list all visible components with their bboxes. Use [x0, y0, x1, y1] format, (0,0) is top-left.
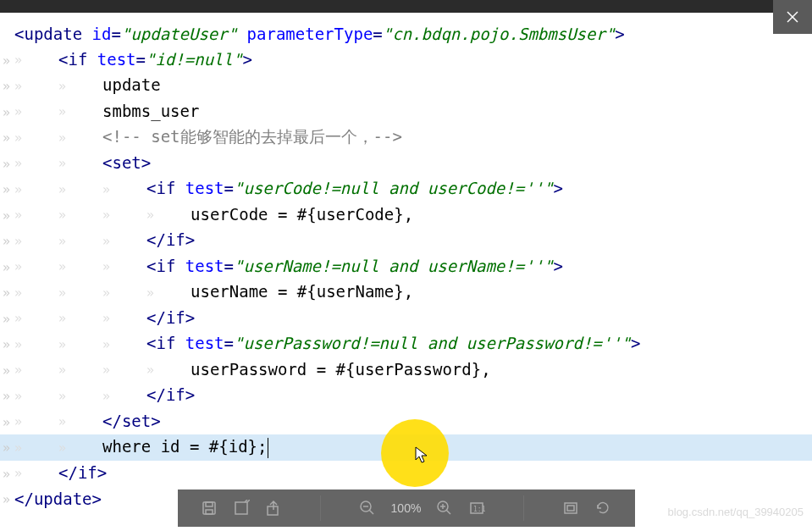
code-content: »»<set> — [14, 150, 151, 177]
window-icon[interactable] — [233, 500, 250, 517]
toolbar-divider — [320, 495, 321, 521]
mouse-pointer-icon — [415, 446, 430, 468]
code-content: »»<!-- set能够智能的去掉最后一个，--> — [14, 124, 402, 151]
gutter: » — [0, 98, 14, 126]
svg-rect-5 — [235, 502, 247, 514]
zoom-level: 100% — [391, 501, 422, 515]
code-content: »»update — [14, 72, 161, 99]
code-line[interactable]: »»»»»userPassword = #{userPassword}, — [0, 357, 812, 384]
code-content: »</if> — [14, 460, 107, 487]
gutter: » — [0, 124, 14, 152]
code-content: »»»<if test="userCode!=null and userCode… — [14, 175, 563, 202]
gutter: » — [0, 485, 14, 513]
svg-line-11 — [446, 510, 450, 514]
code-content: »»</set> — [14, 408, 161, 435]
zoom-in-icon[interactable] — [436, 500, 453, 517]
gutter: » — [0, 460, 14, 488]
gutter: » — [0, 72, 14, 100]
code-content: »»smbms_user — [14, 98, 199, 125]
gutter: » — [0, 305, 14, 333]
gutter: » — [0, 330, 14, 358]
gutter: » — [0, 202, 14, 230]
code-content: »»»</if> — [14, 382, 195, 409]
code-line[interactable]: »»»»</if> — [0, 228, 812, 254]
svg-rect-6 — [268, 506, 278, 515]
close-button[interactable] — [773, 0, 812, 34]
code-content: »»where id = #{id}; — [14, 434, 268, 461]
code-content: </update> — [14, 486, 102, 512]
svg-rect-17 — [567, 506, 574, 511]
gutter: » — [0, 253, 14, 281]
code-line[interactable]: »»»»»userName = #{userName}, — [0, 279, 812, 306]
gutter: » — [0, 150, 14, 178]
code-content: <update id="updateUser" parameterType="c… — [14, 21, 625, 47]
code-line[interactable]: »»»update — [0, 73, 812, 99]
svg-rect-16 — [565, 503, 577, 513]
gutter: » — [0, 175, 14, 203]
code-line[interactable]: »»»smbms_user — [0, 99, 812, 125]
code-line[interactable]: »»»»»userCode = #{userCode}, — [0, 202, 812, 229]
svg-rect-4 — [206, 510, 213, 514]
image-viewer-toolbar: 100% 1:1 — [178, 490, 635, 527]
code-line[interactable]: <update id="updateUser" parameterType="c… — [0, 21, 812, 47]
code-line[interactable]: »»»<!-- set能够智能的去掉最后一个，--> — [0, 124, 812, 151]
gutter: » — [0, 408, 14, 436]
toolbar-divider — [523, 495, 524, 521]
code-line[interactable]: »»<if test="id!=null"> — [0, 47, 812, 74]
text-cursor — [268, 438, 268, 458]
code-content: »»»»userPassword = #{userPassword}, — [14, 357, 491, 384]
code-content: »»»</if> — [14, 305, 195, 332]
code-line[interactable]: »»»»<if test="userCode!=null and userCod… — [0, 176, 812, 202]
code-content: »»»<if test="userName!=null and userName… — [14, 253, 563, 280]
code-line[interactable]: »»»»<if test="userName!=null and userNam… — [0, 254, 812, 280]
actual-size-icon[interactable]: 1:1 — [468, 500, 485, 517]
code-line[interactable]: »»»»</if> — [0, 383, 812, 409]
code-content: »»»»userName = #{userName}, — [14, 279, 413, 306]
code-line[interactable]: »»»<set> — [0, 151, 812, 177]
fit-screen-icon[interactable] — [562, 500, 579, 517]
gutter: » — [0, 434, 14, 462]
code-line[interactable]: »»»»</if> — [0, 306, 812, 332]
code-line[interactable]: »»»»<if test="userPassword!=null and use… — [0, 331, 812, 357]
svg-line-8 — [369, 510, 373, 514]
svg-text:1:1: 1:1 — [473, 506, 485, 513]
gutter: » — [0, 47, 14, 75]
gutter: » — [0, 279, 14, 307]
share-icon[interactable] — [265, 500, 282, 517]
save-icon[interactable] — [201, 500, 218, 517]
window-top-bar — [0, 0, 812, 13]
close-icon — [787, 11, 798, 23]
zoom-out-icon[interactable] — [359, 500, 376, 517]
code-content: »»»<if test="userPassword!=null and user… — [14, 330, 640, 357]
svg-rect-2 — [203, 502, 215, 514]
watermark-text: blog.csdn.net/qq_39940205 — [668, 506, 804, 518]
gutter: » — [0, 357, 14, 384]
code-content: »»»»userCode = #{userCode}, — [14, 202, 413, 229]
svg-rect-3 — [206, 502, 213, 506]
rotate-icon[interactable] — [594, 500, 611, 517]
code-content: »<if test="id!=null"> — [14, 47, 252, 74]
gutter: » — [0, 382, 14, 410]
gutter: » — [0, 227, 14, 255]
code-content: »»»</if> — [14, 227, 195, 254]
